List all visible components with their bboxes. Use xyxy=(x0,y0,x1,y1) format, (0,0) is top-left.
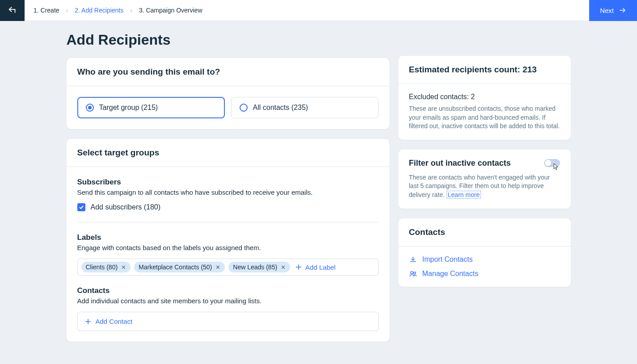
add-subscribers-label: Add subscribers (180) xyxy=(91,203,161,211)
add-label-button[interactable]: Add Label xyxy=(294,264,336,271)
plus-icon xyxy=(85,318,91,325)
contacts-card-title: Contacts xyxy=(409,227,560,237)
chevron-right-icon: › xyxy=(66,7,68,14)
who-card: Who are you sending this email to? Targe… xyxy=(67,58,389,129)
contacts-title: Contacts xyxy=(77,286,379,295)
back-arrow-icon xyxy=(8,5,17,15)
label-chip: Clients (80) ✕ xyxy=(81,262,131,272)
labels-input[interactable]: Clients (80) ✕ Marketplace Contacts (50)… xyxy=(77,259,379,276)
filter-toggle[interactable] xyxy=(544,159,560,167)
next-button[interactable]: Next xyxy=(589,0,637,21)
contacts-desc: Add individual contacts and site members… xyxy=(77,297,379,305)
target-groups-card: Select target groups Subscribers Send th… xyxy=(67,139,389,342)
svg-point-1 xyxy=(413,272,416,274)
subscribers-section: Subscribers Send this campaign to all co… xyxy=(67,167,389,233)
filter-card: Filter out inactive contacts These are c… xyxy=(398,150,571,209)
cursor-pointer-icon xyxy=(552,163,559,171)
estimated-card: Estimated recipients count: 213 Excluded… xyxy=(398,56,571,140)
chip-text: New Leads (85) xyxy=(233,264,277,271)
import-contacts-label: Import Contacts xyxy=(422,255,473,264)
breadcrumb: 1. Create › 2. Add Recipients › 3. Campa… xyxy=(25,7,202,14)
arrow-right-icon xyxy=(618,6,626,14)
download-icon xyxy=(409,255,417,264)
contacts-card: Contacts Import Contacts xyxy=(398,218,571,287)
radio-target-group-label: Target group (215) xyxy=(99,104,158,112)
next-button-label: Next xyxy=(600,7,614,14)
chip-text: Clients (80) xyxy=(86,264,118,271)
radio-all-contacts-label: All contacts (235) xyxy=(253,104,308,112)
subscribers-desc: Send this campaign to all contacts who h… xyxy=(77,188,379,196)
label-chip: Marketplace Contacts (50) ✕ xyxy=(134,262,225,272)
add-contact-button[interactable]: Add Contact xyxy=(77,312,379,331)
filter-desc: These are contacts who haven't engaged w… xyxy=(409,173,560,200)
learn-more-link[interactable]: Learn more xyxy=(447,191,481,199)
radio-all-contacts[interactable]: All contacts (235) xyxy=(231,97,379,118)
page-title: Add Recipients xyxy=(67,32,389,48)
chip-remove-icon[interactable]: ✕ xyxy=(121,264,126,271)
plus-icon xyxy=(295,264,302,270)
chip-remove-icon[interactable]: ✕ xyxy=(281,264,286,271)
estimated-title: Estimated recipients count: 213 xyxy=(409,65,560,75)
breadcrumb-step-2[interactable]: 2. Add Recipients xyxy=(75,7,123,14)
who-card-title: Who are you sending this email to? xyxy=(77,67,379,77)
target-groups-title: Select target groups xyxy=(77,148,379,158)
labels-title: Labels xyxy=(77,233,379,242)
breadcrumb-step-1[interactable]: 1. Create xyxy=(34,7,59,14)
manage-contacts-label: Manage Contacts xyxy=(422,270,478,278)
radio-unselected-icon xyxy=(240,104,248,112)
breadcrumb-step-3[interactable]: 3. Campaign Overview xyxy=(139,7,202,14)
back-button[interactable] xyxy=(0,0,25,21)
labels-section: Labels Engage with contacts based on the… xyxy=(67,233,389,286)
radio-target-group[interactable]: Target group (215) xyxy=(77,97,225,118)
checkbox-checked-icon xyxy=(77,203,85,211)
chip-remove-icon[interactable]: ✕ xyxy=(215,264,220,271)
add-label-text: Add Label xyxy=(305,264,336,271)
svg-point-0 xyxy=(410,271,413,273)
contacts-section: Contacts Add individual contacts and sit… xyxy=(67,286,389,342)
subscribers-title: Subscribers xyxy=(77,178,379,187)
excluded-contacts-desc: These are unsubscribed contacts, those w… xyxy=(409,105,560,131)
chip-text: Marketplace Contacts (50) xyxy=(139,264,212,271)
add-contact-label: Add Contact xyxy=(96,318,133,325)
manage-contacts-link[interactable]: Manage Contacts xyxy=(409,270,560,278)
topbar: 1. Create › 2. Add Recipients › 3. Campa… xyxy=(0,0,637,21)
excluded-contacts-title: Excluded contacts: 2 xyxy=(409,93,560,101)
label-chip: New Leads (85) ✕ xyxy=(228,262,290,272)
add-subscribers-checkbox-row[interactable]: Add subscribers (180) xyxy=(77,203,379,211)
import-contacts-link[interactable]: Import Contacts xyxy=(409,255,560,264)
labels-desc: Engage with contacts based on the labels… xyxy=(77,244,379,251)
radio-selected-icon xyxy=(86,104,94,112)
people-icon xyxy=(409,270,417,278)
toggle-knob-icon xyxy=(545,160,551,166)
filter-title: Filter out inactive contacts xyxy=(409,159,511,168)
chevron-right-icon: › xyxy=(130,7,132,14)
